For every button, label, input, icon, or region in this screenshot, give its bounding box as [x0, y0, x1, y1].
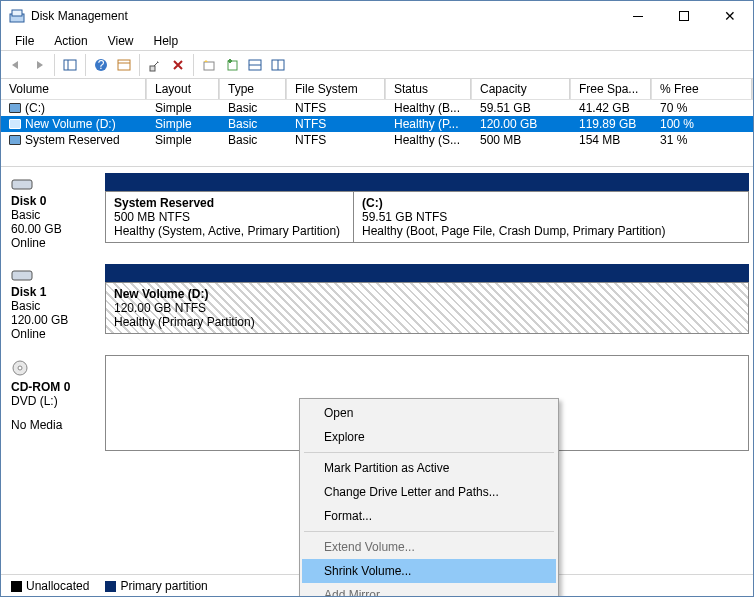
volume-list-view-icon[interactable]	[267, 54, 289, 76]
menu-help[interactable]: Help	[146, 32, 187, 50]
legend-primary-partition: Primary partition	[105, 579, 207, 593]
svg-rect-8	[150, 66, 155, 71]
volume-row[interactable]: (C:) Simple Basic NTFS Healthy (B... 59.…	[1, 100, 753, 116]
disk-label[interactable]: CD-ROM 0 DVD (L:) No Media	[5, 355, 105, 451]
menu-item[interactable]: Change Drive Letter and Paths...	[302, 480, 556, 504]
context-menu: OpenExploreMark Partition as ActiveChang…	[299, 398, 559, 596]
back-button[interactable]	[5, 54, 27, 76]
app-icon	[9, 8, 25, 24]
menu-item[interactable]: Mark Partition as Active	[302, 456, 556, 480]
disk-header-bar	[105, 264, 749, 282]
disk-header-bar	[105, 173, 749, 191]
svg-text:?: ?	[98, 58, 105, 72]
col-filesystem[interactable]: File System	[287, 79, 386, 99]
col-layout[interactable]: Layout	[147, 79, 220, 99]
action-list-icon[interactable]	[113, 54, 135, 76]
titlebar: Disk Management ✕	[1, 1, 753, 31]
disk-icon	[11, 268, 33, 282]
disk-row: Disk 1 Basic 120.00 GB Online New Volume…	[5, 264, 749, 345]
svg-rect-9	[204, 62, 214, 70]
cdrom-icon	[11, 359, 29, 377]
menu-item[interactable]: Format...	[302, 504, 556, 528]
svg-rect-1	[12, 10, 22, 16]
menu-item[interactable]: Open	[302, 401, 556, 425]
disk-icon	[11, 177, 33, 191]
disk-management-window: Disk Management ✕ File Action View Help …	[0, 0, 754, 597]
maximize-button[interactable]	[661, 1, 707, 31]
col-volume[interactable]: Volume	[1, 79, 147, 99]
volume-row[interactable]: New Volume (D:) Simple Basic NTFS Health…	[1, 116, 753, 132]
disk-label[interactable]: Disk 0 Basic 60.00 GB Online	[5, 173, 105, 254]
volume-list-header: Volume Layout Type File System Status Ca…	[1, 79, 753, 100]
show-hide-console-tree-icon[interactable]	[59, 54, 81, 76]
volume-list: Volume Layout Type File System Status Ca…	[1, 79, 753, 167]
partition-system-reserved[interactable]: System Reserved 500 MB NTFS Healthy (Sys…	[106, 192, 354, 242]
legend-unallocated: Unallocated	[11, 579, 89, 593]
disk-label[interactable]: Disk 1 Basic 120.00 GB Online	[5, 264, 105, 345]
col-capacity[interactable]: Capacity	[472, 79, 571, 99]
delete-icon[interactable]	[167, 54, 189, 76]
help-icon[interactable]: ?	[90, 54, 112, 76]
menu-item[interactable]: Shrink Volume...	[302, 559, 556, 583]
drive-icon	[9, 103, 21, 113]
new-simple-volume-icon[interactable]	[221, 54, 243, 76]
drive-icon	[9, 135, 21, 145]
menu-view[interactable]: View	[100, 32, 142, 50]
drive-icon	[9, 119, 21, 129]
svg-point-18	[18, 366, 22, 370]
disk-row: Disk 0 Basic 60.00 GB Online System Rese…	[5, 173, 749, 254]
menubar: File Action View Help	[1, 31, 753, 51]
col-status[interactable]: Status	[386, 79, 472, 99]
svg-rect-16	[12, 271, 32, 280]
col-percent-free[interactable]: % Free	[652, 79, 753, 99]
window-controls: ✕	[615, 1, 753, 31]
svg-rect-6	[118, 60, 130, 70]
close-button[interactable]: ✕	[707, 1, 753, 31]
menu-item: Extend Volume...	[302, 535, 556, 559]
col-type[interactable]: Type	[220, 79, 287, 99]
menu-action[interactable]: Action	[46, 32, 95, 50]
settings-view-icon[interactable]	[244, 54, 266, 76]
partition-c[interactable]: (C:) 59.51 GB NTFS Healthy (Boot, Page F…	[354, 192, 748, 242]
menu-item: Add Mirror...	[302, 583, 556, 596]
col-free-space[interactable]: Free Spa...	[571, 79, 652, 99]
forward-button[interactable]	[28, 54, 50, 76]
menu-file[interactable]: File	[7, 32, 42, 50]
svg-rect-15	[12, 180, 32, 189]
refresh-icon[interactable]	[144, 54, 166, 76]
volume-row[interactable]: System Reserved Simple Basic NTFS Health…	[1, 132, 753, 148]
window-title: Disk Management	[31, 9, 615, 23]
menu-item[interactable]: Explore	[302, 425, 556, 449]
wizard-icon[interactable]	[198, 54, 220, 76]
minimize-button[interactable]	[615, 1, 661, 31]
toolbar: ?	[1, 51, 753, 79]
partition-new-volume-d[interactable]: New Volume (D:) 120.00 GB NTFS Healthy (…	[106, 283, 748, 333]
svg-rect-2	[64, 60, 76, 70]
